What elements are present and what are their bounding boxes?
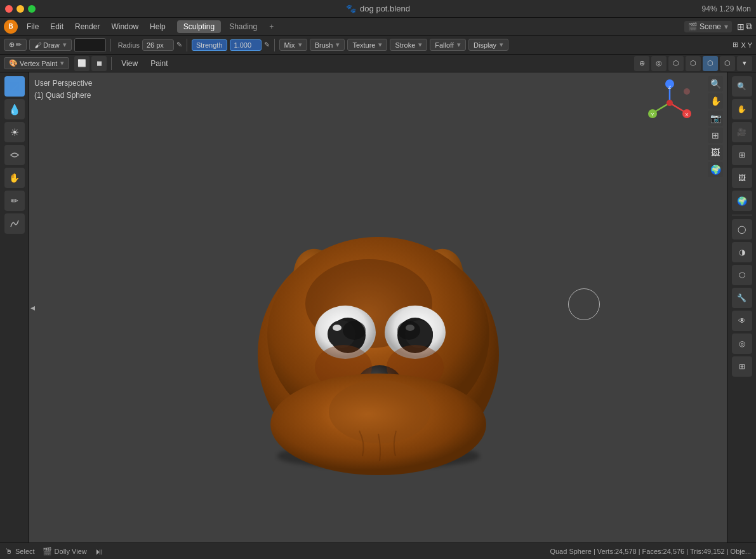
statusbar: 🖱 Select 🎬 Dolly View ⏯ Quad Sphere | Ve… [0,542,756,559]
right-tool-shading2[interactable]: ◑ [732,242,752,262]
mode-chevron [62,41,67,49]
menu-help[interactable]: Help [145,20,171,33]
color-swatch[interactable] [74,38,106,52]
copy-icon[interactable]: ⧉ [746,21,752,32]
right-tool-eye[interactable]: 👁 [732,311,752,331]
mask-icon1[interactable]: ⬜ [74,56,90,71]
svg-point-35 [666,100,673,106]
tool-smear[interactable] [4,145,25,165]
right-tool-shading3[interactable]: ⬡ [732,265,752,285]
view-layer-icon[interactable]: ⊞ [737,22,745,32]
brush-cursor [568,288,600,320]
xy-label[interactable]: X Y [741,41,752,49]
right-tool-grid[interactable]: ⊞ [732,145,752,165]
menubar: B File Edit Render Window Help Sculpting… [0,18,756,36]
viewport-options[interactable]: ▾ [737,56,752,71]
view-menu[interactable]: View [116,57,143,70]
right-tool-shading1[interactable]: ◯ [732,219,752,239]
viewport-shading-solid[interactable]: ⬡ [686,56,701,71]
image-icon[interactable]: 🖼 [708,145,723,160]
mask-icon2[interactable]: ◼ [91,56,107,71]
menu-window[interactable]: Window [106,20,143,33]
gizmo-toggle-icon[interactable]: ⊕ [634,56,649,71]
menu-file[interactable]: File [22,20,44,33]
tab-add-button[interactable]: + [265,20,277,33]
playback-icon: ⏯ [95,546,103,556]
viewport-shading-wire[interactable]: ⬡ [668,56,684,71]
paint-menu[interactable]: Paint [145,57,173,70]
separator2 [187,39,187,51]
draw-icon: 🖌 [34,41,41,49]
right-tool-props[interactable]: 🔧 [732,288,752,308]
world-icon[interactable]: 🌍 [708,162,723,177]
brush-chevron [335,41,340,49]
select-label: Select [15,548,35,555]
close-button[interactable] [5,5,13,13]
brush-icon-sm: ✏ [16,41,22,49]
svg-point-36 [684,88,690,95]
camera-view-icon[interactable]: 📷 [708,111,723,126]
scene-chevron [723,22,728,31]
zoom-to-fit-icon[interactable]: 🔍 [708,76,723,91]
menu-render[interactable]: Render [70,20,105,33]
right-tool-camera[interactable]: 🎥 [732,122,752,142]
viewport-controls: 🔍 ✋ 📷 ⊞ 🖼 🌍 [708,76,723,177]
blender-logo[interactable]: B [4,20,18,34]
menu-edit[interactable]: Edit [45,20,69,33]
texture-button[interactable]: Texture [347,39,387,51]
right-tool-zoom[interactable]: 🔍 [732,76,752,97]
svg-text:Y: Y [651,112,654,118]
radius-value[interactable]: 26 px [142,39,174,51]
mode-icons[interactable]: ⊕ ✏ [4,39,27,51]
tool-annotate[interactable]: ✏ [4,191,25,211]
overlay-icon[interactable]: ◎ [651,56,666,71]
minimize-button[interactable] [17,5,24,13]
scene-icon: 🎬 [688,22,698,31]
right-tool-world[interactable]: 🌍 [732,191,752,211]
file-icon: 🐾 [346,4,356,13]
left-sidebar: 💧 ☀ ✋ ✏ [0,72,29,542]
dog-model-container [245,170,512,475]
tab-sculpting[interactable]: Sculpting [177,20,221,33]
right-tool-checker[interactable]: ⊞ [732,356,752,377]
status-select: 🖱 Select [5,547,35,556]
tool-soften[interactable]: 💧 [4,99,25,119]
separator3 [274,39,275,51]
gizmo: Z X Y [644,77,695,128]
tool-inflate[interactable]: ☀ [4,122,25,142]
display-button[interactable]: Display [468,39,508,51]
display-chevron [498,41,503,49]
radius-label: Radius [118,41,140,49]
right-tool-circle[interactable]: ◎ [732,333,752,354]
draw-mode-button[interactable]: 🖌 Draw [29,39,72,51]
vertex-paint-mode[interactable]: 🎨 Vertex Paint [4,57,69,69]
quad-view-icon[interactable]: ⊞ [708,128,723,143]
strength-edit-icon[interactable]: ✎ [264,41,270,49]
right-tool-pan[interactable]: ✋ [732,99,752,119]
tool-draw[interactable] [4,76,25,97]
viewport[interactable]: User Perspective (1) Quad Sphere [29,72,727,542]
strength-value[interactable]: 1.000 [230,39,262,51]
lock-icon[interactable]: ⊞ [733,41,738,49]
svg-point-14 [343,321,366,340]
mix-button[interactable]: Mix [279,39,307,51]
radius-edit-icon[interactable]: ✎ [176,41,182,49]
brush-button[interactable]: Brush [310,39,345,51]
sidebar-collapse-arrow[interactable]: ◂ [30,302,35,313]
viewport-shading-render[interactable]: ⬡ [720,56,735,71]
tool-curve[interactable] [4,213,25,234]
pan-view-icon[interactable]: ✋ [708,93,723,109]
paint-icon: 🎨 [9,59,18,67]
stroke-button[interactable]: Stroke [390,39,427,51]
falloff-button[interactable]: Falloff [430,39,466,51]
right-panel-separator [732,215,752,215]
maximize-button[interactable] [28,5,36,13]
tab-shading[interactable]: Shading [223,20,263,33]
separator-t2 [111,57,112,70]
scene-selector[interactable]: 🎬 Scene [684,21,732,32]
viewport-shading-mat[interactable]: ⬡ [703,56,718,71]
tool-mask[interactable]: ✋ [4,168,25,188]
strength-value-btn[interactable]: Strength [192,39,227,51]
system-info: 94% 1.29 Mon [702,4,751,13]
right-tool-image[interactable]: 🖼 [732,168,752,188]
